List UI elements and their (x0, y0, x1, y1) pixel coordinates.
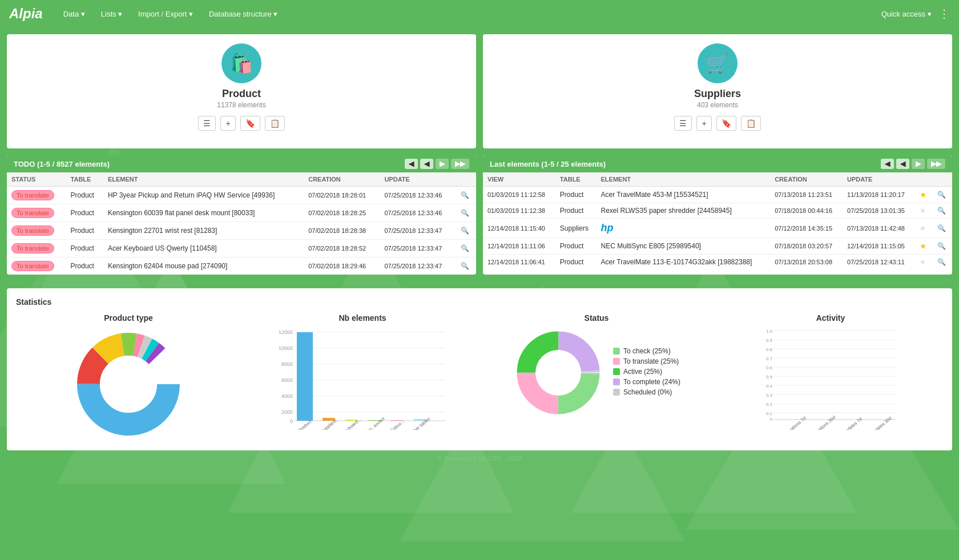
search-cell[interactable]: 🔍 (933, 238, 952, 255)
status-badge: To translate (11, 243, 54, 253)
star-cell[interactable]: ★ (915, 203, 933, 219)
search-cell[interactable]: 🔍 (933, 187, 952, 203)
legend-dot-translate (613, 358, 620, 365)
suppliers-list-btn[interactable]: ☰ (674, 116, 692, 131)
view-cell: 12/14/2018 11:15:40 (483, 219, 555, 238)
product-bookmark-btn[interactable]: 🔖 (240, 116, 260, 131)
svg-text:Updates 7d: Updates 7d (842, 416, 863, 430)
last-elements-header: Last elements (1-5 / 25 elements) ◀ ◀ ▶ … (483, 155, 952, 172)
statistics-title: Statistics (16, 297, 943, 307)
table-row: 12/14/2018 11:06:41 Product Acer TravelM… (483, 255, 952, 270)
suppliers-export-btn[interactable]: 📋 (741, 116, 761, 131)
element-cell: Kensington 22701 wrist rest [81283] (103, 222, 304, 240)
search-icon[interactable]: 🔍 (461, 262, 469, 270)
creation-cell: 07/12/2018 14:35:15 (770, 219, 843, 238)
search-cell[interactable]: 🔍 (933, 219, 952, 238)
search-cell[interactable]: 🔍 (456, 187, 476, 204)
creation-cell: 07/02/2018 18:28:38 (304, 222, 380, 240)
search-cell[interactable]: 🔍 (456, 204, 476, 222)
footer: © Goaland v3.1.0.2755 - 2019 (7, 450, 952, 466)
quick-access-button[interactable]: Quick access ▾ (881, 10, 932, 18)
todo-prev-btn[interactable]: ◀ (405, 159, 418, 169)
svg-text:0.5: 0.5 (766, 374, 773, 380)
product-list-btn[interactable]: ☰ (198, 116, 216, 131)
todo-prev2-btn[interactable]: ◀ (420, 159, 433, 169)
legend-dot-check (613, 348, 620, 354)
search-icon[interactable]: 🔍 (937, 224, 946, 232)
svg-text:0: 0 (770, 417, 773, 422)
search-cell[interactable]: 🔍 (933, 203, 952, 219)
le-next-btn[interactable]: ▶ (912, 159, 925, 169)
search-icon[interactable]: 🔍 (461, 209, 469, 217)
search-icon[interactable]: 🔍 (937, 242, 946, 250)
dots-menu-button[interactable]: ⋮ (938, 7, 950, 21)
suppliers-bookmark-btn[interactable]: 🔖 (716, 116, 736, 131)
table-row: 12/14/2018 11:11:06 Product NEC MultiSyn… (483, 238, 952, 255)
col-creation: CREATION (304, 172, 380, 187)
star-cell[interactable]: ★ (915, 238, 933, 255)
star-filled-icon[interactable]: ★ (920, 190, 927, 199)
svg-text:2000: 2000 (281, 409, 293, 415)
statistics-panel: Statistics Product type (7, 288, 952, 450)
table-cell: Product (66, 222, 103, 240)
nav-lists[interactable]: Lists ▾ (94, 6, 129, 22)
todo-next2-btn[interactable]: ▶▶ (451, 159, 469, 169)
nav-import-export[interactable]: Import / Export ▾ (131, 6, 200, 22)
product-export-btn[interactable]: 📋 (265, 116, 285, 131)
product-add-btn[interactable]: + (220, 116, 235, 131)
status-chart: Status To check (25%) (484, 313, 709, 441)
nav-database-structure[interactable]: Database structure ▾ (202, 6, 284, 22)
table-cell: Product (555, 187, 597, 203)
le-prev2-btn[interactable]: ◀ (896, 159, 909, 169)
star-filled-icon[interactable]: ★ (920, 241, 927, 251)
search-icon[interactable]: 🔍 (937, 258, 946, 266)
creation-cell: 07/02/2018 18:29:46 (304, 257, 380, 275)
nb-elements-title: Nb elements (339, 313, 386, 323)
search-icon[interactable]: 🔍 (937, 207, 946, 215)
table-row: 01/03/2019 11:12:38 Product Rexel RLWS35… (483, 203, 952, 219)
star-empty-icon[interactable]: ★ (920, 207, 926, 215)
nb-elements-svg: 12000 10000 8000 6000 4000 2000 0 (250, 327, 475, 430)
le-prev-btn[interactable]: ◀ (881, 159, 894, 169)
status-cell: To translate (7, 257, 66, 275)
search-icon[interactable]: 🔍 (937, 191, 946, 199)
suppliers-actions: ☰ + 🔖 📋 (674, 116, 760, 131)
search-cell[interactable]: 🔍 (456, 240, 476, 257)
search-cell[interactable]: 🔍 (456, 257, 476, 275)
nav-data[interactable]: Data ▾ (57, 6, 92, 22)
status-cell: To translate (7, 204, 66, 222)
product-type-chart: Product type (16, 313, 241, 441)
star-cell[interactable]: ★ (915, 187, 933, 203)
creation-cell: 07/13/2018 11:23:51 (770, 187, 843, 203)
star-empty-icon[interactable]: ★ (920, 258, 926, 266)
svg-text:10000: 10000 (279, 345, 293, 351)
star-empty-icon[interactable]: ★ (920, 224, 926, 232)
todo-next-btn[interactable]: ▶ (436, 159, 449, 169)
le-col-star (915, 172, 933, 187)
star-cell[interactable]: ★ (915, 219, 933, 238)
star-cell[interactable]: ★ (915, 255, 933, 270)
update-cell: 07/25/2018 12:33:47 (380, 222, 456, 240)
table-cell: Product (555, 255, 597, 270)
search-icon[interactable]: 🔍 (461, 244, 469, 252)
search-icon[interactable]: 🔍 (461, 227, 469, 235)
search-cell[interactable]: 🔍 (456, 222, 476, 240)
creation-cell: 07/13/2018 20:53:08 (770, 255, 843, 270)
le-next2-btn[interactable]: ▶▶ (927, 159, 945, 169)
svg-text:Proc. socket: Proc. socket (363, 416, 386, 430)
svg-text:0.9: 0.9 (766, 338, 773, 343)
update-cell: 07/13/2018 11:42:48 (843, 219, 915, 238)
todo-table: STATUS TABLE ELEMENT CREATION UPDATE To … (7, 172, 476, 275)
creation-cell: 07/18/2018 03:20:57 (770, 238, 843, 255)
legend-dot-scheduled (613, 389, 620, 396)
update-cell: 07/25/2018 12:43:11 (843, 255, 915, 270)
svg-text:Other tables: Other tables (409, 416, 431, 430)
status-title: Status (585, 313, 609, 323)
status-badge: To translate (11, 261, 54, 271)
widget-row: 🛍️ Product 11378 elements ☰ + 🔖 📋 🛒 Supp… (7, 34, 952, 148)
svg-text:0.2: 0.2 (766, 402, 773, 407)
creation-cell: 07/02/2018 18:28:25 (304, 204, 380, 222)
search-icon[interactable]: 🔍 (461, 191, 469, 199)
suppliers-add-btn[interactable]: + (696, 116, 711, 131)
search-cell[interactable]: 🔍 (933, 255, 952, 270)
